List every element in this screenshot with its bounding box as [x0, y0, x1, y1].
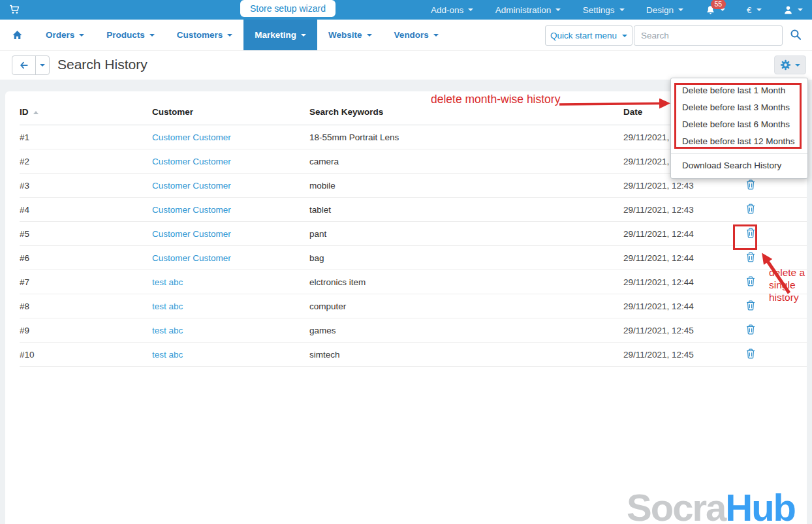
header-id[interactable]: ID	[20, 107, 152, 117]
table-row: #7 test abc elctronics item 29/11/2021, …	[20, 270, 807, 294]
chevron-down-icon	[798, 8, 803, 11]
cell-date: 29/11/2021, 12:43	[623, 181, 740, 191]
cell-date: 29/11/2021, 12:44	[623, 253, 740, 263]
chevron-down-icon	[757, 8, 762, 11]
menu-item-delete-1-month[interactable]: Delete before last 1 Month	[671, 82, 807, 99]
page-title-bar: Search History	[0, 51, 812, 80]
cell-keywords: 18-55mm Portrait Lens	[309, 132, 623, 142]
delete-row-button[interactable]	[745, 251, 757, 266]
menu-settings-label: Settings	[583, 5, 615, 15]
trash-icon	[746, 300, 755, 311]
nav-item-website[interactable]: Website	[317, 20, 383, 50]
header-id-label: ID	[20, 107, 29, 117]
chevron-down-icon	[678, 8, 683, 11]
nav-item-orders[interactable]: Orders	[35, 20, 95, 50]
trash-icon	[746, 228, 755, 238]
nav-marketing-label: Marketing	[255, 30, 296, 40]
header-customer: Customer	[152, 107, 309, 117]
customer-link[interactable]: test abc	[152, 277, 183, 287]
delete-row-button[interactable]	[745, 347, 757, 362]
menu-settings[interactable]: Settings	[583, 5, 625, 15]
table-row: #6 Customer Customer bag 29/11/2021, 12:…	[20, 246, 807, 270]
chevron-down-icon	[40, 64, 45, 67]
gear-icon	[780, 59, 791, 70]
menu-addons-label: Add-ons	[431, 5, 463, 15]
trash-icon	[746, 179, 755, 190]
delete-row-button[interactable]	[745, 226, 757, 241]
annotation-single-label: delete a single history	[769, 266, 812, 303]
watermark-logo: SocraHub	[627, 485, 795, 524]
customer-link[interactable]: Customer Customer	[152, 253, 231, 263]
menu-item-delete-3-months[interactable]: Delete before last 3 Months	[671, 99, 807, 116]
chevron-down-icon	[79, 34, 84, 37]
gear-dropdown-button[interactable]	[774, 55, 806, 74]
menu-item-delete-12-months[interactable]: Delete before last 12 Months	[671, 133, 807, 150]
customer-link[interactable]: Customer Customer	[152, 157, 231, 166]
search-icon	[790, 29, 802, 40]
search-button[interactable]	[785, 25, 807, 46]
menu-administration[interactable]: Administration	[495, 5, 561, 15]
sort-asc-icon	[33, 111, 39, 114]
header-keywords: Search Keywords	[309, 107, 623, 117]
notifications-menu[interactable]: 55	[706, 5, 725, 15]
customer-link[interactable]: test abc	[152, 326, 183, 335]
customer-link[interactable]: Customer Customer	[152, 205, 231, 215]
customer-link[interactable]: Customer Customer	[152, 229, 231, 239]
main-navbar: Orders Products Customers Marketing Webs…	[0, 20, 812, 51]
menu-item-delete-6-months[interactable]: Delete before last 6 Months	[671, 116, 807, 133]
nav-item-marketing[interactable]: Marketing	[243, 20, 317, 50]
menu-addons[interactable]: Add-ons	[431, 5, 473, 15]
home-button[interactable]	[0, 20, 35, 50]
customer-link[interactable]: Customer Customer	[152, 181, 231, 191]
delete-row-button[interactable]	[745, 178, 757, 193]
back-button[interactable]	[12, 56, 35, 74]
trash-icon	[746, 348, 755, 359]
search-input[interactable]	[634, 25, 783, 46]
customer-link[interactable]: Customer Customer	[152, 132, 231, 142]
table-row: #10 test abc simtech 29/11/2021, 12:45	[20, 343, 807, 367]
menu-design[interactable]: Design	[646, 5, 683, 15]
user-icon	[783, 5, 793, 15]
cell-id: #3	[20, 181, 152, 191]
cell-keywords: bag	[309, 253, 623, 263]
quick-start-label: Quick start menu	[550, 31, 617, 40]
nav-customers-label: Customers	[177, 30, 223, 40]
currency-menu[interactable]: €	[747, 5, 762, 15]
trash-icon	[746, 324, 755, 335]
delete-row-button[interactable]	[745, 299, 757, 314]
customer-link[interactable]: test abc	[152, 301, 183, 311]
chevron-down-icon	[555, 8, 561, 11]
cell-keywords: elctronics item	[309, 277, 623, 287]
user-menu[interactable]	[783, 5, 803, 15]
customer-link[interactable]: test abc	[152, 350, 183, 360]
cell-date: 29/11/2021, 12:45	[623, 326, 740, 335]
store-setup-wizard-button[interactable]: Store setup wizard	[240, 0, 336, 17]
chevron-down-icon	[468, 8, 473, 11]
cell-keywords: games	[309, 326, 623, 335]
chevron-down-icon	[622, 35, 627, 37]
chevron-down-icon	[227, 34, 232, 37]
menu-item-download-search-history[interactable]: Download Search History	[671, 157, 807, 174]
quick-start-menu-button[interactable]: Quick start menu	[545, 25, 632, 46]
topbar-menus: Add-ons Administration Settings Design 5…	[431, 0, 803, 20]
back-dropdown-toggle[interactable]	[35, 56, 49, 74]
delete-row-button[interactable]	[745, 275, 757, 290]
nav-item-customers[interactable]: Customers	[166, 20, 244, 50]
chevron-down-icon	[149, 34, 155, 37]
nav-item-products[interactable]: Products	[95, 20, 166, 50]
cell-id: #8	[20, 301, 152, 311]
nav-item-vendors[interactable]: Vendors	[383, 20, 450, 50]
chevron-down-icon	[720, 8, 725, 11]
delete-row-button[interactable]	[745, 202, 757, 217]
nav-vendors-label: Vendors	[394, 30, 429, 40]
page-title: Search History	[57, 57, 148, 72]
cell-id: #4	[20, 205, 152, 215]
cell-id: #1	[20, 132, 152, 142]
delete-row-button[interactable]	[745, 323, 757, 338]
menu-divider	[671, 153, 807, 154]
nav-website-label: Website	[328, 30, 362, 40]
trash-icon	[746, 204, 755, 214]
home-icon	[12, 30, 23, 40]
cart-logo-icon[interactable]	[9, 4, 20, 18]
annotation-monthwise-label: delete month-wise history	[431, 93, 560, 106]
